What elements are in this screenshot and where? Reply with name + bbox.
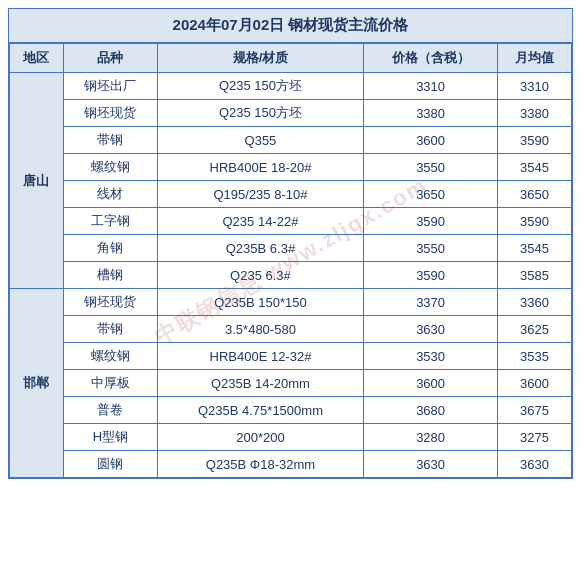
table-row: 螺纹钢HRB400E 12-32#35303535 — [10, 343, 572, 370]
table-row: 普卷Q235B 4.75*1500mm36803675 — [10, 397, 572, 424]
monthly-cell: 3590 — [498, 208, 572, 235]
monthly-cell: 3585 — [498, 262, 572, 289]
spec-cell: Q195/235 8-10# — [157, 181, 363, 208]
spec-cell: Q235B 150*150 — [157, 289, 363, 316]
price-cell: 3310 — [364, 73, 498, 100]
spec-cell: Q235B Φ18-32mm — [157, 451, 363, 478]
price-cell: 3530 — [364, 343, 498, 370]
spec-cell: 200*200 — [157, 424, 363, 451]
region-cell: 唐山 — [10, 73, 64, 289]
price-cell: 3650 — [364, 181, 498, 208]
col-header-price: 价格（含税） — [364, 44, 498, 73]
product-cell: 普卷 — [63, 397, 157, 424]
table-row: 螺纹钢HRB400E 18-20#35503545 — [10, 154, 572, 181]
table-title: 2024年07月02日 钢材现货主流价格 — [9, 9, 572, 43]
table-row: 中厚板Q235B 14-20mm36003600 — [10, 370, 572, 397]
col-header-spec: 规格/材质 — [157, 44, 363, 73]
spec-cell: Q355 — [157, 127, 363, 154]
price-cell: 3380 — [364, 100, 498, 127]
monthly-cell: 3675 — [498, 397, 572, 424]
product-cell: 中厚板 — [63, 370, 157, 397]
price-cell: 3590 — [364, 208, 498, 235]
col-header-product: 品种 — [63, 44, 157, 73]
col-header-region: 地区 — [10, 44, 64, 73]
product-cell: 螺纹钢 — [63, 343, 157, 370]
product-cell: H型钢 — [63, 424, 157, 451]
table-row: 带钢Q35536003590 — [10, 127, 572, 154]
product-cell: 带钢 — [63, 127, 157, 154]
price-cell: 3550 — [364, 235, 498, 262]
product-cell: 螺纹钢 — [63, 154, 157, 181]
product-cell: 钢坯出厂 — [63, 73, 157, 100]
spec-cell: Q235B 6.3# — [157, 235, 363, 262]
spec-cell: 3.5*480-580 — [157, 316, 363, 343]
price-cell: 3280 — [364, 424, 498, 451]
table-row: 工字钢Q235 14-22#35903590 — [10, 208, 572, 235]
table-row: 邯郸钢坯现货Q235B 150*15033703360 — [10, 289, 572, 316]
header-row: 地区 品种 规格/材质 价格（含税） 月均值 — [10, 44, 572, 73]
monthly-cell: 3545 — [498, 235, 572, 262]
monthly-cell: 3590 — [498, 127, 572, 154]
price-cell: 3630 — [364, 316, 498, 343]
monthly-cell: 3630 — [498, 451, 572, 478]
monthly-cell: 3600 — [498, 370, 572, 397]
monthly-cell: 3360 — [498, 289, 572, 316]
spec-cell: Q235B 4.75*1500mm — [157, 397, 363, 424]
spec-cell: HRB400E 18-20# — [157, 154, 363, 181]
table-row: H型钢200*20032803275 — [10, 424, 572, 451]
monthly-cell: 3380 — [498, 100, 572, 127]
spec-cell: Q235 150方坯 — [157, 100, 363, 127]
monthly-cell: 3625 — [498, 316, 572, 343]
product-cell: 钢坯现货 — [63, 289, 157, 316]
price-table-wrapper: 2024年07月02日 钢材现货主流价格 中联钢信息 www.zljgx.com… — [8, 8, 573, 479]
spec-cell: Q235B 14-20mm — [157, 370, 363, 397]
monthly-cell: 3275 — [498, 424, 572, 451]
table-row: 槽钢Q235 6.3#35903585 — [10, 262, 572, 289]
monthly-cell: 3310 — [498, 73, 572, 100]
price-cell: 3600 — [364, 127, 498, 154]
price-cell: 3600 — [364, 370, 498, 397]
table-row: 带钢3.5*480-58036303625 — [10, 316, 572, 343]
region-cell: 邯郸 — [10, 289, 64, 478]
product-cell: 槽钢 — [63, 262, 157, 289]
spec-cell: Q235 6.3# — [157, 262, 363, 289]
price-table: 地区 品种 规格/材质 价格（含税） 月均值 唐山钢坯出厂Q235 150方坯3… — [9, 43, 572, 478]
price-cell: 3370 — [364, 289, 498, 316]
monthly-cell: 3535 — [498, 343, 572, 370]
product-cell: 钢坯现货 — [63, 100, 157, 127]
monthly-cell: 3545 — [498, 154, 572, 181]
product-cell: 角钢 — [63, 235, 157, 262]
table-row: 角钢Q235B 6.3#35503545 — [10, 235, 572, 262]
product-cell: 线材 — [63, 181, 157, 208]
price-cell: 3550 — [364, 154, 498, 181]
price-cell: 3680 — [364, 397, 498, 424]
table-row: 唐山钢坯出厂Q235 150方坯33103310 — [10, 73, 572, 100]
product-cell: 圆钢 — [63, 451, 157, 478]
monthly-cell: 3650 — [498, 181, 572, 208]
table-row: 圆钢Q235B Φ18-32mm36303630 — [10, 451, 572, 478]
spec-cell: Q235 14-22# — [157, 208, 363, 235]
product-cell: 带钢 — [63, 316, 157, 343]
spec-cell: HRB400E 12-32# — [157, 343, 363, 370]
price-cell: 3590 — [364, 262, 498, 289]
col-header-monthly: 月均值 — [498, 44, 572, 73]
price-cell: 3630 — [364, 451, 498, 478]
spec-cell: Q235 150方坯 — [157, 73, 363, 100]
table-container: 中联钢信息 www.zljgx.com 地区 品种 规格/材质 价格（含税） 月… — [9, 43, 572, 478]
table-row: 钢坯现货Q235 150方坯33803380 — [10, 100, 572, 127]
table-row: 线材Q195/235 8-10#36503650 — [10, 181, 572, 208]
product-cell: 工字钢 — [63, 208, 157, 235]
